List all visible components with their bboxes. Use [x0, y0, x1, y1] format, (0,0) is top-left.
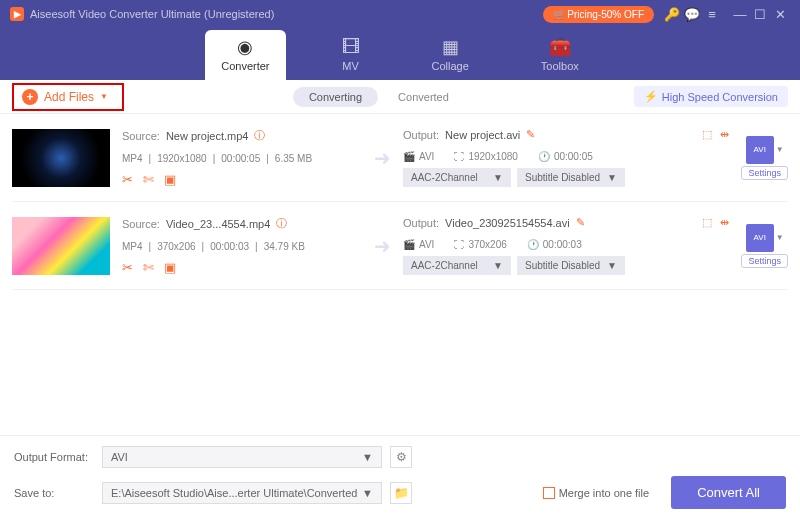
- window-title: Aiseesoft Video Converter Ultimate (Unre…: [30, 8, 543, 20]
- output-label: Output:: [403, 217, 439, 229]
- adjust-icon[interactable]: ⇹: [720, 128, 729, 141]
- minimize-icon[interactable]: —: [730, 4, 750, 24]
- chevron-down-icon: ▼: [493, 260, 503, 271]
- duration-icon: 🕐: [538, 151, 550, 162]
- tab-collage[interactable]: ▦Collage: [416, 30, 485, 80]
- list-item: Source: New project.mp4 ⓘ MP4| 1920x1080…: [12, 114, 788, 202]
- merge-checkbox[interactable]: Merge into one file: [543, 487, 650, 499]
- chevron-down-icon: ▼: [100, 92, 108, 101]
- chevron-down-icon: ▼: [776, 145, 784, 154]
- browse-folder-icon[interactable]: 📁: [390, 482, 412, 504]
- pricing-button[interactable]: 🛒 Pricing-50% OFF: [543, 6, 654, 23]
- output-column: Output: New project.avi ✎ ⬚ ⇹ 🎬AVI ⛶1920…: [403, 128, 729, 187]
- save-to-label: Save to:: [14, 487, 94, 499]
- arrow-icon: ➜: [374, 234, 391, 258]
- audio-select[interactable]: AAC-2Channel▼: [403, 256, 511, 275]
- convert-all-button[interactable]: Convert All: [671, 476, 786, 509]
- rename-icon[interactable]: ✎: [526, 128, 535, 141]
- thumbnail[interactable]: [12, 217, 110, 275]
- titlebar: ▶ Aiseesoft Video Converter Ultimate (Un…: [0, 0, 800, 28]
- resolution-icon: ⛶: [454, 239, 464, 250]
- save-to-select[interactable]: E:\Aiseesoft Studio\Aise...erter Ultimat…: [102, 482, 382, 504]
- source-label: Source:: [122, 218, 160, 230]
- menu-icon[interactable]: ≡: [702, 4, 722, 24]
- format-badge-icon: AVI: [746, 136, 774, 164]
- plus-icon: +: [22, 89, 38, 105]
- mv-icon: 🎞: [342, 37, 360, 58]
- thumbnail[interactable]: [12, 129, 110, 187]
- chevron-down-icon: ▼: [493, 172, 503, 183]
- source-column: Source: New project.mp4 ⓘ MP4| 1920x1080…: [122, 128, 362, 187]
- chevron-down-icon: ▼: [362, 487, 373, 499]
- output-filename: New project.avi: [445, 129, 520, 141]
- edit-icon[interactable]: ✄: [143, 172, 154, 187]
- maximize-icon[interactable]: ☐: [750, 4, 770, 24]
- feedback-icon[interactable]: 💬: [682, 4, 702, 24]
- source-filename: New project.mp4: [166, 130, 249, 142]
- source-column: Source: Video_23...4554.mp4 ⓘ MP4| 370x2…: [122, 216, 362, 275]
- enhance-icon[interactable]: ▣: [164, 172, 176, 187]
- file-list: Source: New project.mp4 ⓘ MP4| 1920x1080…: [0, 114, 800, 435]
- subtitle-select[interactable]: Subtitle Disabled▼: [517, 168, 625, 187]
- adjust-icon[interactable]: ⇹: [720, 216, 729, 229]
- format-settings-icon[interactable]: ⚙: [390, 446, 412, 468]
- converter-icon: ◉: [237, 36, 253, 58]
- arrow-icon: ➜: [374, 146, 391, 170]
- output-label: Output:: [403, 129, 439, 141]
- trim-icon[interactable]: ✂: [122, 260, 133, 275]
- rename-icon[interactable]: ✎: [576, 216, 585, 229]
- output-format-select[interactable]: AVI▼: [102, 446, 382, 468]
- info-icon[interactable]: ⓘ: [276, 216, 287, 231]
- toolbar: + Add Files ▼ Converting Converted ⚡ Hig…: [0, 80, 800, 114]
- key-icon[interactable]: 🔑: [662, 4, 682, 24]
- subtitle-select[interactable]: Subtitle Disabled▼: [517, 256, 625, 275]
- output-column: Output: Video_230925154554.avi ✎ ⬚ ⇹ 🎬AV…: [403, 216, 729, 275]
- output-filename: Video_230925154554.avi: [445, 217, 570, 229]
- tab-mv[interactable]: 🎞MV: [326, 31, 376, 80]
- source-meta: MP4| 370x206| 00:00:03| 34.79 KB: [122, 241, 362, 252]
- audio-select[interactable]: AAC-2Channel▼: [403, 168, 511, 187]
- source-label: Source:: [122, 130, 160, 142]
- info-icon[interactable]: ⓘ: [254, 128, 265, 143]
- settings-button[interactable]: Settings: [741, 254, 788, 268]
- app-window: ▶ Aiseesoft Video Converter Ultimate (Un…: [0, 0, 800, 519]
- output-format-label: Output Format:: [14, 451, 94, 463]
- toolbox-icon: 🧰: [549, 36, 571, 58]
- format-selector[interactable]: AVI ▼: [746, 136, 784, 164]
- compress-icon[interactable]: ⬚: [702, 128, 712, 141]
- tab-converting[interactable]: Converting: [293, 87, 378, 107]
- edit-icon[interactable]: ✄: [143, 260, 154, 275]
- checkbox-icon: [543, 487, 555, 499]
- chevron-down-icon: ▼: [776, 233, 784, 242]
- video-icon: 🎬: [403, 151, 415, 162]
- high-speed-conversion-button[interactable]: ⚡ High Speed Conversion: [634, 86, 788, 107]
- footer: Output Format: AVI▼ ⚙ Save to: E:\Aisees…: [0, 435, 800, 519]
- source-meta: MP4| 1920x1080| 00:00:05| 6.35 MB: [122, 153, 362, 164]
- list-item: Source: Video_23...4554.mp4 ⓘ MP4| 370x2…: [12, 202, 788, 290]
- enhance-icon[interactable]: ▣: [164, 260, 176, 275]
- lightning-icon: ⚡: [644, 90, 658, 103]
- format-selector[interactable]: AVI ▼: [746, 224, 784, 252]
- duration-icon: 🕐: [527, 239, 539, 250]
- format-badge-icon: AVI: [746, 224, 774, 252]
- trim-icon[interactable]: ✂: [122, 172, 133, 187]
- video-icon: 🎬: [403, 239, 415, 250]
- status-tabs: Converting Converted: [293, 87, 465, 107]
- settings-button[interactable]: Settings: [741, 166, 788, 180]
- main-tabs: ◉Converter 🎞MV ▦Collage 🧰Toolbox: [0, 28, 800, 80]
- source-filename: Video_23...4554.mp4: [166, 218, 270, 230]
- collage-icon: ▦: [442, 36, 459, 58]
- tab-converter[interactable]: ◉Converter: [205, 30, 285, 80]
- close-icon[interactable]: ✕: [770, 4, 790, 24]
- tab-converted[interactable]: Converted: [382, 87, 465, 107]
- resolution-icon: ⛶: [454, 151, 464, 162]
- app-logo-icon: ▶: [10, 7, 24, 21]
- compress-icon[interactable]: ⬚: [702, 216, 712, 229]
- chevron-down-icon: ▼: [362, 451, 373, 463]
- add-files-button[interactable]: + Add Files ▼: [12, 83, 124, 111]
- chevron-down-icon: ▼: [607, 172, 617, 183]
- chevron-down-icon: ▼: [607, 260, 617, 271]
- tab-toolbox[interactable]: 🧰Toolbox: [525, 30, 595, 80]
